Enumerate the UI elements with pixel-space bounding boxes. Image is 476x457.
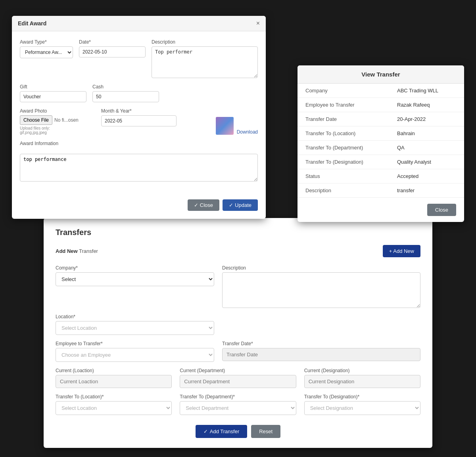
employee-label: Employee to Transfer* xyxy=(56,341,214,346)
description-group: Description xyxy=(152,39,258,78)
add-new-btn[interactable]: + Add New xyxy=(383,245,420,257)
award-type-select[interactable]: Peformance Aw... xyxy=(20,46,73,58)
edit-award-footer: ✓ Close ✓ Update xyxy=(12,195,266,219)
gift-input[interactable] xyxy=(20,91,86,102)
vt-row-value: ABC Trading WLL xyxy=(389,84,464,98)
company-label: Company* xyxy=(56,265,214,271)
award-info-label: Award Information xyxy=(20,141,258,146)
tf-row-5: Transfer To (Location)* Select Location … xyxy=(56,394,420,415)
current-desig-label: Current (Designation) xyxy=(304,368,420,373)
tf-row-1: Company* Select Description xyxy=(56,265,420,308)
vt-row-label: Transfer Date xyxy=(298,112,389,126)
cash-input[interactable] xyxy=(92,91,159,102)
transfer-to-desig-group: Transfer To (Designation)* Select Design… xyxy=(304,394,420,415)
transfer-date-input[interactable] xyxy=(222,348,420,361)
edit-award-close-x-btn[interactable]: × xyxy=(256,20,260,27)
current-dept-input xyxy=(180,375,296,388)
month-year-input[interactable] xyxy=(101,115,177,126)
transfers-panel-title: Transfers xyxy=(56,228,420,237)
transfers-panel: Transfers Add New Transfer + Add New Com… xyxy=(44,218,432,448)
award-row-2: Gift Cash xyxy=(20,84,258,102)
edit-award-modal: Edit Award × Award Type* Peformance Aw..… xyxy=(12,16,266,219)
view-transfer-row: Transfer To (Department)QA xyxy=(298,141,464,155)
edit-award-modal-header: Edit Award × xyxy=(12,16,266,31)
description-spacer xyxy=(165,84,258,102)
vt-row-value: Razak Rafeeq xyxy=(389,98,464,112)
award-type-group: Award Type* Peformance Aw... xyxy=(20,39,73,78)
edit-award-update-btn[interactable]: ✓ Update xyxy=(223,199,258,211)
close-check-icon: ✓ xyxy=(194,202,198,208)
tf-description-textarea[interactable] xyxy=(222,272,420,308)
choose-file-btn[interactable]: Choose File xyxy=(20,115,52,125)
view-transfer-footer: Close xyxy=(298,198,464,222)
transfer-to-dept-label: Transfer To (Department)* xyxy=(180,394,296,400)
preview-download-group: Download xyxy=(182,108,258,135)
date-input[interactable] xyxy=(79,46,146,57)
award-type-label: Award Type* xyxy=(20,39,73,45)
location-group: Location* Select Location xyxy=(56,314,214,335)
transfer-to-location-group: Transfer To (Location)* Select Location xyxy=(56,394,172,415)
add-new-bar: Add New Transfer + Add New xyxy=(56,245,420,257)
vt-row-value: Quality Analyst xyxy=(389,155,464,169)
vt-row-label: Employee to Transfer xyxy=(298,98,389,112)
description-label: Description xyxy=(152,39,258,45)
current-desig-group: Current (Designation) xyxy=(304,368,420,388)
add-transfer-btn[interactable]: ✓ Add Transfer xyxy=(196,425,247,438)
cash-label: Cash xyxy=(92,84,159,90)
employee-select[interactable]: Choose an Employee xyxy=(56,348,214,362)
tf-row-2: Location* Select Location xyxy=(56,314,420,335)
vt-row-label: Description xyxy=(298,184,389,198)
view-transfer-table: CompanyABC Trading WLLEmployee to Transf… xyxy=(298,84,464,198)
transfer-to-dept-group: Transfer To (Department)* Select Departm… xyxy=(180,394,296,415)
description-textarea[interactable] xyxy=(152,46,258,78)
view-transfer-row: CompanyABC Trading WLL xyxy=(298,84,464,98)
current-location-label: Current (Loaction) xyxy=(56,368,172,373)
reset-btn[interactable]: Reset xyxy=(251,425,280,438)
company-select[interactable]: Select xyxy=(56,272,214,286)
download-link[interactable]: Download xyxy=(237,129,258,135)
vt-row-value: Accepted xyxy=(389,169,464,184)
view-transfer-row: Transfer Date20-Apr-2022 xyxy=(298,112,464,126)
transfers-form: Company* Select Description Location* Se… xyxy=(56,265,420,438)
view-transfer-title: View Transfer xyxy=(361,71,400,78)
vt-row-label: Transfer To (Designation) xyxy=(298,155,389,169)
view-transfer-header: View Transfer xyxy=(298,65,464,84)
tf-actions: ✓ Add Transfer Reset xyxy=(56,425,420,438)
vt-row-label: Transfer To (Department) xyxy=(298,141,389,155)
view-transfer-row: StatusAccepted xyxy=(298,169,464,184)
award-row-1: Award Type* Peformance Aw... Date* Descr… xyxy=(20,39,258,78)
tf-row-4: Current (Loaction) Current (Department) … xyxy=(56,368,420,388)
transfer-to-desig-select[interactable]: Select Designation xyxy=(304,401,420,415)
vt-row-value: QA xyxy=(389,141,464,155)
date-group: Date* xyxy=(79,39,146,78)
view-transfer-modal: View Transfer CompanyABC Trading WLLEmpl… xyxy=(298,65,464,222)
award-info-textarea[interactable] xyxy=(20,154,258,182)
transfer-to-location-select[interactable]: Select Location xyxy=(56,401,172,415)
current-dept-label: Current (Department) xyxy=(180,368,296,373)
award-photo-group: Award Photo Choose File No fi...osen Upl… xyxy=(20,108,95,135)
edit-award-close-btn[interactable]: ✓ Close xyxy=(188,199,219,211)
current-location-group: Current (Loaction) xyxy=(56,368,172,388)
vt-row-label: Transfer To (Location) xyxy=(298,126,389,141)
location-select[interactable]: Select Location xyxy=(56,321,214,335)
transfer-to-dept-select[interactable]: Select Department xyxy=(180,401,296,415)
gift-group: Gift xyxy=(20,84,86,102)
tf-row-3: Employee to Transfer* Choose an Employee… xyxy=(56,341,420,362)
transfer-to-desig-label: Transfer To (Designation)* xyxy=(304,394,420,400)
employee-group: Employee to Transfer* Choose an Employee xyxy=(56,341,214,362)
transfer-to-location-label: Transfer To (Location)* xyxy=(56,394,172,400)
view-transfer-row: Employee to TransferRazak Rafeeq xyxy=(298,98,464,112)
vt-row-label: Company xyxy=(298,84,389,98)
vt-row-value: 20-Apr-2022 xyxy=(389,112,464,126)
view-transfer-close-btn[interactable]: Close xyxy=(427,204,456,216)
vt-row-value: Bahrain xyxy=(389,126,464,141)
edit-award-body: Award Type* Peformance Aw... Date* Descr… xyxy=(12,31,266,195)
view-transfer-row: Transfer To (Designation)Quality Analyst xyxy=(298,155,464,169)
transfer-date-group: Transfer Date* xyxy=(222,341,420,362)
file-input-row: Choose File No fi...osen xyxy=(20,115,95,125)
month-year-label: Month & Year* xyxy=(101,108,177,114)
date-label: Date* xyxy=(79,39,146,45)
location-label: Location* xyxy=(56,314,214,319)
cash-group: Cash xyxy=(92,84,159,102)
tf-description-label: Description xyxy=(222,265,420,271)
